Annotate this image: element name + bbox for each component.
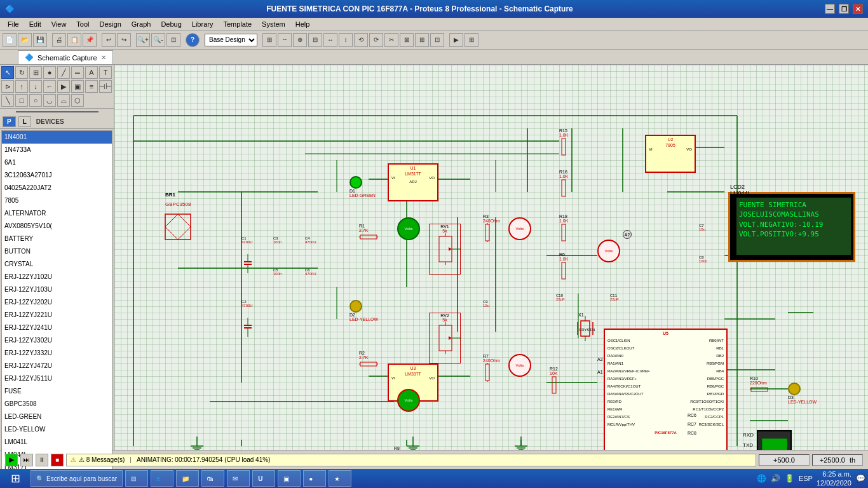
device-fuse[interactable]: FUSE <box>2 385 112 398</box>
box-tool[interactable]: □ <box>15 94 28 107</box>
redo-button[interactable]: ↪ <box>117 33 131 47</box>
tab-close-button[interactable]: ✕ <box>101 54 106 61</box>
taskbar-app-avr[interactable]: ▣ <box>278 470 301 487</box>
schematic-tab[interactable]: 🔷 Schematic Capture ✕ <box>18 50 113 64</box>
device-avx[interactable]: AVX0805Y5V10( <box>2 220 112 233</box>
menu-library[interactable]: Library <box>187 19 219 29</box>
device-erj511[interactable]: ERJ-12ZYJ511U <box>2 372 112 385</box>
component-tool[interactable]: ⊞ <box>29 66 42 79</box>
device-erj103[interactable]: ERJ-12ZYJ103U <box>2 283 112 296</box>
taskbar-app-star[interactable]: ★ <box>329 470 351 487</box>
probe-tool[interactable]: ⊳ <box>1 80 14 93</box>
notification-icon[interactable]: 💬 <box>855 473 865 484</box>
circle-tool[interactable]: ○ <box>29 94 42 107</box>
device-erj332[interactable]: ERJ-12ZYJ332U <box>2 347 112 360</box>
up-tool[interactable]: ↑ <box>15 80 28 93</box>
menu-help[interactable]: Help <box>290 19 315 29</box>
device-3C12063[interactable]: 3C12063A2701J <box>2 169 112 182</box>
bus-tool[interactable]: ═ <box>71 66 84 79</box>
start-button[interactable]: ⊞ <box>3 470 28 487</box>
devices-list[interactable]: 1N4001 1N4733A 6A1 3C12063A2701J 04025A2… <box>1 130 112 488</box>
device-gbpc3508[interactable]: GBPC3508 <box>2 398 112 410</box>
down-tool[interactable]: ↓ <box>29 80 42 93</box>
device-lm041l[interactable]: LM041L <box>2 436 112 449</box>
tool7[interactable]: ⊠ <box>400 33 414 47</box>
print-button[interactable]: 🖨 <box>52 33 66 47</box>
copy-button[interactable]: 📋 <box>67 33 81 47</box>
tool1[interactable]: ⊟ <box>308 33 322 47</box>
label-tool[interactable]: A <box>85 66 98 79</box>
menu-debug[interactable]: Debug <box>156 19 186 29</box>
junction-tool[interactable]: ● <box>43 66 56 79</box>
left-tool[interactable]: ← <box>43 80 56 93</box>
device-erj102[interactable]: ERJ-12ZYJ102U <box>2 271 112 283</box>
grid-button[interactable]: ⊞ <box>262 33 276 47</box>
capacitor-tool[interactable]: ⊣⊢ <box>99 80 112 93</box>
tool8[interactable]: ⊞ <box>415 33 429 47</box>
wire-tool[interactable]: ╱ <box>57 66 70 79</box>
step-button[interactable]: ⏭ <box>20 454 33 466</box>
taskbar-app-mail[interactable]: ✉ <box>227 470 250 487</box>
device-crystal[interactable]: CRYSTAL <box>2 258 112 271</box>
tool4[interactable]: ⟲ <box>354 33 368 47</box>
tool10[interactable]: ▶ <box>449 33 463 47</box>
taskbar-app-u[interactable]: U <box>252 470 275 487</box>
device-alternator[interactable]: ALTERNATOR <box>2 207 112 220</box>
menu-template[interactable]: Template <box>218 19 257 29</box>
zoom-area-tool[interactable]: ▣ <box>71 80 84 93</box>
taskbar-app-edge[interactable]: e <box>151 470 173 487</box>
zoom-fit-button[interactable]: ⊡ <box>166 33 180 47</box>
device-erj302[interactable]: ERJ-12ZYJ302U <box>2 334 112 347</box>
help-button[interactable]: ? <box>186 33 200 47</box>
device-7805[interactable]: 7805 <box>2 194 112 207</box>
text-tool[interactable]: T <box>99 66 112 79</box>
device-erj202[interactable]: ERJ-12ZYJ202U <box>2 296 112 309</box>
device-erj241[interactable]: ERJ-12ZYJ241U <box>2 322 112 334</box>
menu-system[interactable]: System <box>257 19 290 29</box>
route-button[interactable]: ⊕ <box>293 33 307 47</box>
schematic-canvas[interactable]: BR1 GBPC3508 D1 LED-GREEN D2 LED-YELLOW <box>114 65 868 450</box>
maximize-button[interactable]: ❐ <box>839 4 849 14</box>
tool11[interactable]: ⊞ <box>465 33 478 47</box>
p-tab[interactable]: P <box>3 116 16 127</box>
system-clock[interactable]: 6:25 a.m. 12/02/2020 <box>817 470 851 488</box>
device-button[interactable]: BUTTON <box>2 245 112 258</box>
tool5[interactable]: ⟳ <box>369 33 383 47</box>
device-battery[interactable]: BATTERY <box>2 233 112 245</box>
menu-tool[interactable]: Tool <box>71 19 94 29</box>
tool2[interactable]: ↔ <box>323 33 337 47</box>
tool3[interactable]: ↕ <box>339 33 353 47</box>
undo-button[interactable]: ↩ <box>102 33 116 47</box>
device-led-yellow[interactable]: LED-YELLOW <box>2 423 112 436</box>
paste-button[interactable]: 📌 <box>83 33 97 47</box>
search-bar[interactable]: 🔍 Escribe aquí para buscar <box>31 470 123 487</box>
new-button[interactable]: 📄 <box>3 33 17 47</box>
l-tab[interactable]: L <box>18 116 31 127</box>
device-erj472[interactable]: ERJ-12ZYJ472U <box>2 360 112 372</box>
zoom-in-button[interactable]: 🔍+ <box>136 33 150 47</box>
play-button[interactable]: ▶ <box>5 454 18 466</box>
tool6[interactable]: ✂ <box>384 33 398 47</box>
device-6A1[interactable]: 6A1 <box>2 156 112 169</box>
path-tool[interactable]: ⌓ <box>57 94 70 107</box>
menu-design[interactable]: Design <box>95 19 126 29</box>
menu-edit[interactable]: Edit <box>24 19 46 29</box>
stop-button[interactable]: ■ <box>51 454 64 466</box>
taskbar-app-files[interactable]: 📁 <box>176 470 199 487</box>
right-tool[interactable]: ▶ <box>57 80 70 93</box>
pause-button[interactable]: ⏸ <box>36 454 48 466</box>
language-indicator[interactable]: ESP <box>799 475 813 482</box>
device-1N4733A[interactable]: 1N4733A <box>2 144 112 156</box>
menu-graph[interactable]: Graph <box>126 19 156 29</box>
open-button[interactable]: 📂 <box>18 33 32 47</box>
window-controls[interactable]: — ❐ ✕ <box>825 4 863 14</box>
device-erj221[interactable]: ERJ-12ZYJ221U <box>2 309 112 322</box>
taskbar-app-explorer[interactable]: ⊟ <box>125 470 148 487</box>
tool9[interactable]: ⊡ <box>430 33 444 47</box>
pointer-tool[interactable]: ↖ <box>1 66 14 79</box>
close-button[interactable]: ✕ <box>853 4 863 14</box>
wire-button[interactable]: ╌ <box>278 33 292 47</box>
zoom-out-button[interactable]: 🔍- <box>151 33 165 47</box>
taskbar-app-store[interactable]: 🛍 <box>201 470 224 487</box>
device-1N4001[interactable]: 1N4001 <box>2 131 112 144</box>
